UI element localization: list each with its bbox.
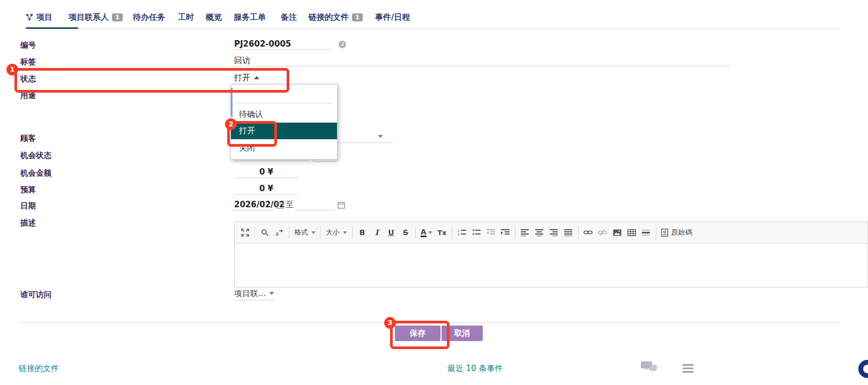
bullet-list-icon[interactable] xyxy=(472,227,481,238)
image-icon[interactable] xyxy=(612,227,622,238)
toolbar-separator xyxy=(656,226,656,239)
tab-project-contacts[interactable]: 项目联系人 1 xyxy=(69,11,123,24)
tab-label: 项目 xyxy=(36,12,53,22)
tab-notes[interactable]: 备注 xyxy=(281,11,297,24)
tab-label: 备注 xyxy=(281,12,297,22)
tab-label: 概览 xyxy=(206,12,222,22)
bold-button[interactable]: B xyxy=(357,227,367,238)
budget-underline xyxy=(234,185,297,195)
field-label-customer: 顾客 xyxy=(20,133,36,144)
dropdown-divider xyxy=(235,103,333,103)
replace-icon[interactable]: a xyxy=(274,227,284,238)
form-footer-divider xyxy=(19,322,840,323)
richtext-content-area[interactable] xyxy=(234,244,868,288)
toolbar-separator xyxy=(352,226,353,239)
align-right-icon[interactable] xyxy=(549,227,559,238)
link-icon[interactable] xyxy=(583,227,593,238)
calendar-icon[interactable] xyxy=(338,201,345,209)
info-icon[interactable]: i xyxy=(339,41,346,48)
italic-button[interactable]: I xyxy=(372,227,381,238)
project-hierarchy-icon xyxy=(26,13,33,21)
field-label-budget: 预算 xyxy=(20,185,36,195)
comments-icon[interactable] xyxy=(641,360,657,374)
field-label-access: 谁可访问 xyxy=(20,290,51,300)
ordered-list-icon[interactable]: 12 xyxy=(457,227,467,238)
text-color-button[interactable]: A xyxy=(421,227,432,238)
richtext-toolbar: a 格式 大小 B I U S A Tx 12 xyxy=(234,221,868,244)
tab-count-badge: 1 xyxy=(352,13,363,21)
strikethrough-button[interactable]: S xyxy=(401,227,410,238)
source-code-icon xyxy=(661,229,668,237)
outdent-icon[interactable] xyxy=(486,227,496,238)
align-center-icon[interactable] xyxy=(535,227,544,238)
chevron-down-icon xyxy=(343,231,347,234)
field-label-number: 编号 xyxy=(20,40,36,50)
tab-label: 工时 xyxy=(178,12,194,22)
tab-events-calendar[interactable]: 事件/日程 xyxy=(375,11,410,24)
save-button[interactable]: 保存 xyxy=(395,326,440,341)
dropdown-option-open[interactable]: 打开 xyxy=(231,123,337,139)
status-dropdown-panel: 待确认 打开 关闭 xyxy=(230,84,338,160)
tag-input-underline xyxy=(234,56,730,66)
search-icon[interactable] xyxy=(260,227,270,238)
help-fab-icon[interactable] xyxy=(858,360,868,378)
align-left-icon[interactable] xyxy=(520,227,530,238)
tab-label: 项目联系人 xyxy=(69,12,109,22)
chevron-down-icon[interactable] xyxy=(378,135,383,138)
fontsize-dropdown[interactable]: 大小 xyxy=(326,228,347,237)
opportunity-amount-underline xyxy=(234,168,297,178)
dropdown-option-pending[interactable]: 待确认 xyxy=(231,106,337,122)
underline-button[interactable]: U xyxy=(386,227,396,238)
annotation-badge-step1: 1 xyxy=(6,64,18,76)
format-dropdown[interactable]: 格式 xyxy=(294,228,316,237)
table-icon[interactable] xyxy=(627,227,637,238)
tab-service-orders[interactable]: 服务工单 xyxy=(234,11,266,24)
svg-text:1: 1 xyxy=(458,229,460,232)
tab-timesheet[interactable]: 工时 xyxy=(178,11,194,24)
horizontal-rule-icon[interactable] xyxy=(641,227,651,238)
menu-icon[interactable] xyxy=(683,364,693,373)
field-label-description: 描述 xyxy=(20,218,36,228)
dropdown-option-closed[interactable]: 关闭 xyxy=(231,140,337,156)
tab-project[interactable]: 项目 xyxy=(26,11,53,24)
chevron-down-icon xyxy=(428,231,432,234)
linked-files-link[interactable]: 链接的文件 xyxy=(19,364,59,374)
status-select-underline xyxy=(234,74,284,85)
field-label-date: 日期 xyxy=(20,201,36,211)
field-label-tag: 标签 xyxy=(20,57,36,67)
tab-label: 事件/日程 xyxy=(375,12,410,22)
svg-text:2: 2 xyxy=(458,232,460,236)
dropdown-search-input[interactable] xyxy=(231,85,337,103)
tab-label: 链接的文件 xyxy=(309,12,349,22)
toolbar-separator xyxy=(320,226,321,239)
tab-linked-files[interactable]: 链接的文件 1 xyxy=(309,11,363,24)
svg-text:a: a xyxy=(275,231,279,237)
source-code-label: 原始碼 xyxy=(671,228,692,237)
field-label-opportunity-amount: 机会金额 xyxy=(20,168,51,178)
date-end-underline[interactable] xyxy=(295,200,335,210)
tab-overview[interactable]: 概览 xyxy=(206,11,222,24)
align-justify-icon[interactable] xyxy=(564,227,573,238)
number-input-underline xyxy=(234,40,332,50)
indent-icon[interactable] xyxy=(500,227,510,238)
calendar-icon[interactable] xyxy=(276,201,284,209)
remove-format-button[interactable]: Tx xyxy=(437,227,447,238)
toolbar-separator xyxy=(415,226,416,239)
tab-todo-tasks[interactable]: 待办任务 xyxy=(133,11,165,24)
active-tab-underline xyxy=(26,27,78,29)
recent-events-link[interactable]: 最近 10 条事件 xyxy=(447,364,503,374)
cancel-button[interactable]: 取消 xyxy=(442,326,483,341)
tab-label: 待办任务 xyxy=(133,12,165,22)
source-code-button[interactable]: 原始碼 xyxy=(661,228,692,237)
toolbar-separator xyxy=(255,226,255,239)
date-start-underline xyxy=(232,200,274,210)
toolbar-separator xyxy=(515,226,515,239)
format-dropdown-label: 格式 xyxy=(294,228,308,237)
project-edit-screen: 项目 项目联系人 1 待办任务 工时 概览 服务工单 备注 链接的文件 1 事件… xyxy=(0,0,868,385)
maximize-icon[interactable] xyxy=(240,227,250,238)
field-label-purpose: 用途 xyxy=(20,90,36,101)
field-label-status: 状态 xyxy=(20,74,36,84)
annotation-badge-step3: 3 xyxy=(384,317,396,329)
unlink-icon[interactable] xyxy=(598,227,608,238)
date-range-separator: 至 xyxy=(286,200,294,210)
